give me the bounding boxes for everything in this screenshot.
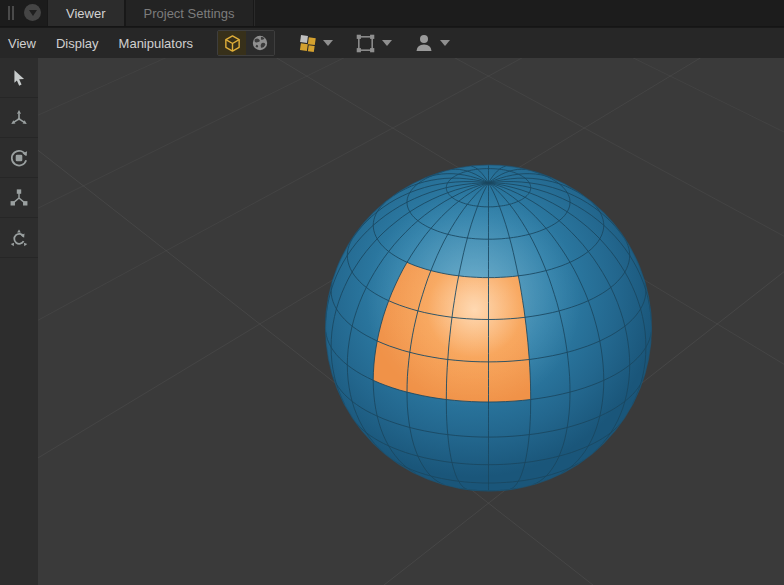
tab-viewer-label: Viewer (66, 6, 106, 21)
user-icon (414, 33, 434, 53)
viewport-canvas[interactable] (38, 58, 784, 585)
rotate-tool-button[interactable] (0, 138, 38, 178)
scale-icon (8, 187, 30, 209)
menu-display[interactable]: Display (46, 28, 109, 58)
tab-bar: Viewer Project Settings (0, 0, 784, 27)
tab-bar-filler (254, 0, 784, 26)
cursor-icon (8, 67, 30, 89)
select-tool-button[interactable] (0, 58, 38, 98)
user-dropdown[interactable] (414, 33, 450, 53)
viewer-body (0, 58, 784, 585)
globe-toggle[interactable] (246, 31, 274, 55)
layout-tiles-dropdown[interactable] (297, 33, 333, 53)
tab-viewer[interactable]: Viewer (47, 0, 125, 26)
shading-toggle-group (217, 30, 275, 56)
translate-tool-button[interactable] (0, 98, 38, 138)
tab-project-settings-label: Project Settings (144, 6, 235, 21)
orient-icon (8, 227, 30, 249)
scale-tool-button[interactable] (0, 178, 38, 218)
cube-icon (223, 34, 242, 53)
orient-tool-button[interactable] (0, 218, 38, 258)
tab-project-settings[interactable]: Project Settings (125, 0, 254, 26)
menu-view[interactable]: View (0, 28, 46, 58)
menu-bar: View Display Manipulators (0, 27, 784, 58)
rotate-icon (8, 147, 30, 169)
viewport-3d[interactable] (38, 58, 784, 585)
chevron-down-icon (382, 40, 392, 46)
chevron-down-icon (29, 10, 37, 16)
shaded-cube-toggle[interactable] (218, 31, 246, 55)
panel-grip-icon[interactable] (8, 6, 18, 20)
chevron-down-icon (323, 40, 333, 46)
tool-sidebar (0, 58, 38, 585)
application-window: Viewer Project Settings View Display Man… (0, 0, 784, 585)
menu-manipulators[interactable]: Manipulators (109, 28, 203, 58)
chevron-down-icon (440, 40, 450, 46)
layout-tiles-icon (297, 33, 317, 53)
marquee-select-icon (355, 33, 376, 54)
tool-sidebar-filler (0, 258, 38, 585)
marquee-select-dropdown[interactable] (355, 33, 392, 54)
translate-icon (8, 107, 30, 129)
globe-icon (251, 34, 269, 52)
panel-menu-button[interactable] (24, 4, 41, 21)
